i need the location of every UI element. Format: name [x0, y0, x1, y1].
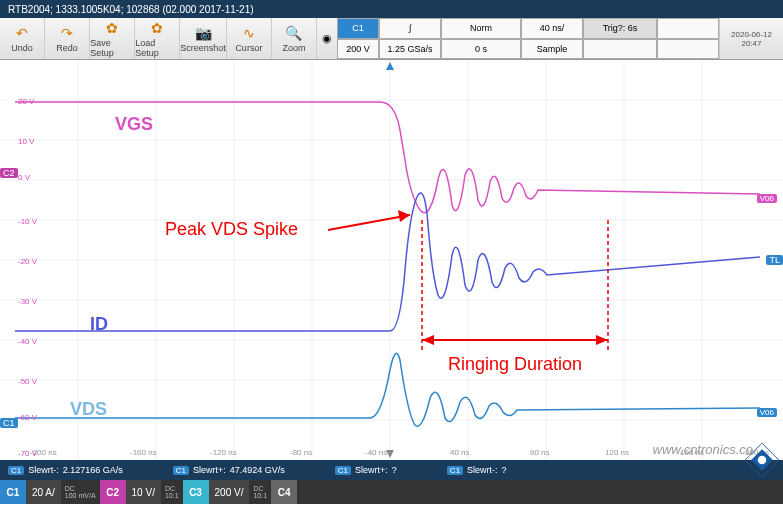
channel-3[interactable]: C3 200 V/ DC10:1 [183, 480, 272, 504]
measurements-bar: C1Slewrt-: 2.127166 GA/s C1Slewrt+: 47.4… [0, 460, 783, 480]
screenshot-button[interactable]: 📷Screenshot [180, 18, 227, 59]
sample-rate: 1.25 GSa/s [379, 39, 441, 60]
svg-marker-26 [596, 335, 608, 345]
svg-text:80 ns: 80 ns [530, 448, 550, 457]
zoom-icon: 🔍 [285, 25, 302, 41]
trig-level[interactable]: 200 V [337, 39, 379, 60]
svg-marker-18 [386, 62, 394, 70]
vds-trace [15, 353, 760, 426]
channel-2[interactable]: C2 10 V/ DC10:1 [100, 480, 183, 504]
trigger-ring-icon: ◉ [317, 18, 337, 59]
rs-logo-icon [745, 443, 779, 477]
redo-icon: ↷ [61, 25, 73, 41]
svg-text:0 V: 0 V [18, 173, 31, 182]
h-position[interactable]: 0 s [441, 39, 521, 60]
id-label: ID [90, 314, 108, 334]
save-setup-button[interactable]: ✿Save Setup [90, 18, 135, 59]
svg-text:10 V: 10 V [18, 137, 35, 146]
timebase[interactable]: 40 ns/ [521, 18, 583, 39]
svg-text:-40 ns: -40 ns [365, 448, 387, 457]
meas-1[interactable]: C1Slewrt-: 2.127166 GA/s [8, 465, 123, 475]
c1-marker[interactable]: C1 [0, 418, 18, 428]
camera-icon: 📷 [195, 25, 212, 41]
id-trace [15, 193, 760, 331]
svg-text:-50 V: -50 V [18, 377, 38, 386]
scope-svg: VGS ID VDS Peak VDS Spike Ringing Durati… [0, 60, 783, 460]
undo-icon: ↶ [16, 25, 28, 41]
trig-edge[interactable]: ∫ [379, 18, 441, 39]
svg-marker-25 [422, 335, 434, 345]
cursor-button[interactable]: ∿Cursor [227, 18, 272, 59]
waveform-display[interactable]: C2 C1 TL V06 V06 VGS ID VDS Peak [0, 60, 783, 460]
ringing-annotation: Ringing Duration [448, 354, 582, 374]
svg-text:20 V: 20 V [18, 97, 35, 106]
meas-3[interactable]: C1Slewrt+: ? [335, 465, 397, 475]
svg-text:-60 V: -60 V [18, 413, 38, 422]
undo-button[interactable]: ↶Undo [0, 18, 45, 59]
datetime: 2020-06-12 20:47 [719, 18, 783, 59]
channels-bar: C1 20 A/ DC100 mV/A C2 10 V/ DC10:1 C3 2… [0, 480, 783, 504]
acq-type[interactable]: Sample [521, 39, 583, 60]
c2-marker[interactable]: C2 [0, 168, 18, 178]
acq-mode[interactable]: Norm [441, 18, 521, 39]
svg-text:40 ns: 40 ns [450, 448, 470, 457]
channel-1[interactable]: C1 20 A/ DC100 mV/A [0, 480, 100, 504]
load-icon: ✿ [151, 20, 163, 36]
peak-vds-annotation: Peak VDS Spike [165, 219, 298, 239]
channel-4[interactable]: C4 [271, 480, 297, 504]
status-grid: C1 ∫ Norm 40 ns/ Trig?: 6s 200 V 1.25 GS… [337, 18, 719, 59]
save-icon: ✿ [106, 20, 118, 36]
load-setup-button[interactable]: ✿Load Setup [135, 18, 180, 59]
vds-label: VDS [70, 399, 107, 419]
v06-marker-a: V06 [757, 194, 777, 203]
svg-text:-20 V: -20 V [18, 257, 38, 266]
tl-marker: TL [766, 255, 783, 265]
vgs-label: VGS [115, 114, 153, 134]
svg-line-20 [328, 215, 410, 230]
svg-text:-30 V: -30 V [18, 297, 38, 306]
title-bar: RTB2004; 1333.1005K04; 102868 (02.000 20… [0, 0, 783, 18]
meas-2[interactable]: C1Slewrt+: 47.4924 GV/s [173, 465, 285, 475]
svg-text:-80 ns: -80 ns [290, 448, 312, 457]
watermark: www.cntronics.co [653, 442, 753, 457]
trig-source[interactable]: C1 [337, 18, 379, 39]
svg-text:-200 ns: -200 ns [30, 448, 57, 457]
cursor-icon: ∿ [243, 25, 255, 41]
toolbar: ↶Undo ↷Redo ✿Save Setup ✿Load Setup 📷Scr… [0, 18, 783, 60]
meas-4[interactable]: C1Slewrt-: ? [447, 465, 507, 475]
svg-text:-160 ns: -160 ns [130, 448, 157, 457]
zoom-button[interactable]: 🔍Zoom [272, 18, 317, 59]
redo-button[interactable]: ↷Redo [45, 18, 90, 59]
trig-status: Trig?: 6s [583, 18, 657, 39]
edge-icon: ∫ [409, 23, 411, 33]
svg-text:-40 V: -40 V [18, 337, 38, 346]
svg-text:120 ns: 120 ns [605, 448, 629, 457]
v06-marker-b: V06 [757, 408, 777, 417]
svg-text:-120 ns: -120 ns [210, 448, 237, 457]
svg-text:-10 V: -10 V [18, 217, 38, 226]
title-text: RTB2004; 1333.1005K04; 102868 (02.000 20… [8, 4, 254, 15]
svg-point-49 [758, 456, 767, 465]
